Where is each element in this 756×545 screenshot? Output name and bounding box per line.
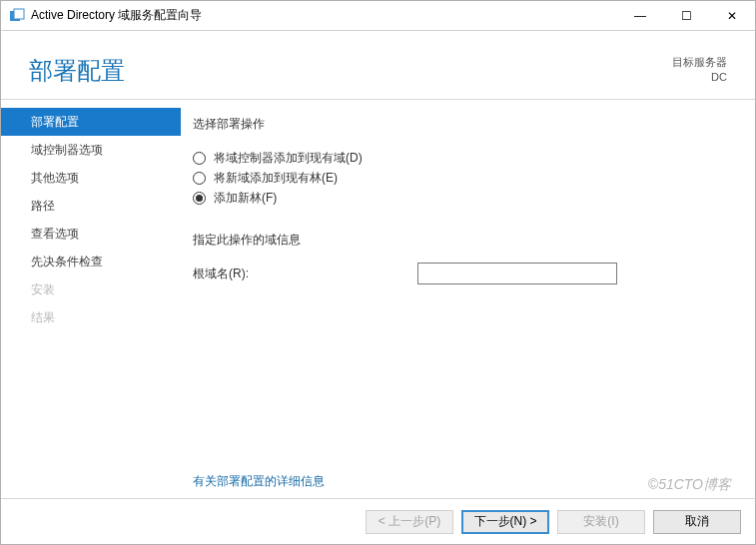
sidebar-item-4[interactable]: 查看选项 <box>1 220 181 248</box>
target-server-label: 目标服务器 <box>672 55 727 70</box>
radio-option-0[interactable]: 将域控制器添加到现有域(D) <box>193 150 731 167</box>
target-server-value: DC <box>672 70 727 85</box>
root-domain-label: 根域名(R): <box>193 266 417 282</box>
sidebar-item-3[interactable]: 路径 <box>1 192 181 220</box>
radio-group: 将域控制器添加到现有域(D)将新域添加到现有林(E)添加新林(F) <box>193 147 731 210</box>
footer: < 上一步(P) 下一步(N) > 安装(I) 取消 <box>1 498 755 544</box>
more-info-link[interactable]: 有关部署配置的详细信息 <box>193 473 731 490</box>
svg-rect-1 <box>14 9 24 19</box>
radio-option-2[interactable]: 添加新林(F) <box>193 190 731 207</box>
page-title: 部署配置 <box>29 55 672 87</box>
window-title: Active Directory 域服务配置向导 <box>31 7 617 24</box>
app-icon <box>9 8 25 24</box>
next-button[interactable]: 下一步(N) > <box>461 510 549 534</box>
sidebar-item-2[interactable]: 其他选项 <box>1 164 181 192</box>
radio-option-1[interactable]: 将新域添加到现有林(E) <box>193 170 731 187</box>
maximize-button[interactable]: ☐ <box>663 1 709 30</box>
sidebar-item-1[interactable]: 域控制器选项 <box>1 136 181 164</box>
root-domain-input[interactable] <box>417 263 617 284</box>
cancel-button[interactable]: 取消 <box>653 510 741 534</box>
header: 部署配置 目标服务器 DC <box>1 31 755 100</box>
radio-label: 将新域添加到现有林(E) <box>214 170 338 187</box>
domain-info-label: 指定此操作的域信息 <box>193 232 731 249</box>
sidebar: 部署配置域控制器选项其他选项路径查看选项先决条件检查安装结果 <box>1 100 181 498</box>
select-operation-label: 选择部署操作 <box>193 116 731 133</box>
target-server-box: 目标服务器 DC <box>672 55 727 85</box>
sidebar-item-6: 安装 <box>1 275 181 303</box>
radio-label: 将域控制器添加到现有域(D) <box>214 150 363 167</box>
sidebar-item-0[interactable]: 部署配置 <box>1 108 181 136</box>
prev-button[interactable]: < 上一步(P) <box>366 510 453 534</box>
radio-label: 添加新林(F) <box>214 190 277 207</box>
root-domain-row: 根域名(R): <box>193 263 731 284</box>
radio-icon <box>193 192 206 205</box>
sidebar-item-7: 结果 <box>1 303 181 331</box>
content-panel: 选择部署操作 将域控制器添加到现有域(D)将新域添加到现有林(E)添加新林(F)… <box>181 100 755 498</box>
minimize-button[interactable]: — <box>617 1 663 30</box>
radio-icon <box>193 172 206 185</box>
radio-icon <box>193 152 206 165</box>
window-controls: — ☐ ✕ <box>617 1 755 30</box>
titlebar: Active Directory 域服务配置向导 — ☐ ✕ <box>1 1 755 31</box>
close-button[interactable]: ✕ <box>709 1 755 30</box>
sidebar-item-5[interactable]: 先决条件检查 <box>1 248 181 275</box>
install-button[interactable]: 安装(I) <box>557 510 645 534</box>
